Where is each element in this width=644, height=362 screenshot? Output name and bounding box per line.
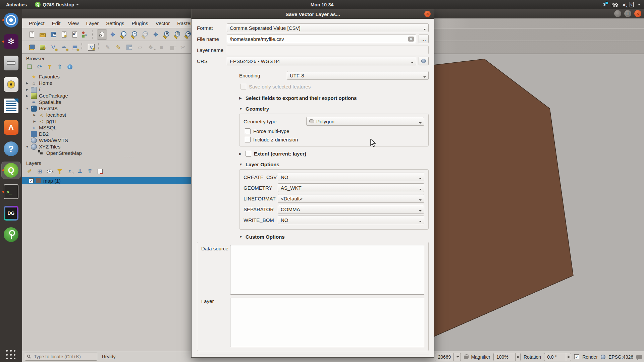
- save-layer-edits-button[interactable]: [124, 42, 134, 52]
- save-only-selected-checkbox[interactable]: [240, 84, 246, 89]
- zoom-out-button[interactable]: −: [129, 29, 139, 40]
- expander-down-icon[interactable]: ▼: [239, 107, 243, 111]
- filter-browser-button[interactable]: [46, 63, 54, 71]
- browser-properties-button[interactable]: [66, 63, 74, 71]
- expander-right-icon[interactable]: ▶: [239, 96, 243, 100]
- open-layer-styling-button[interactable]: ✐: [25, 167, 34, 175]
- dock-item-help[interactable]: ?: [2, 140, 20, 157]
- dock-item-slack[interactable]: ✻: [2, 33, 20, 50]
- cut-features-button[interactable]: ✂: [178, 42, 188, 52]
- dialog-titlebar[interactable]: Save Vector Layer as... ✕: [192, 9, 434, 19]
- close-button[interactable]: ✕: [634, 10, 641, 17]
- style-manager-button[interactable]: a: [80, 29, 91, 40]
- collapse-all-button[interactable]: ⇑: [56, 63, 64, 71]
- menu-project[interactable]: Project: [25, 19, 48, 27]
- refresh-browser-button[interactable]: ⟳: [36, 63, 44, 71]
- app-menu[interactable]: Q QGIS Desktop: [35, 2, 79, 7]
- menu-vector[interactable]: Vector: [152, 19, 173, 27]
- messages-icon[interactable]: …: [636, 355, 642, 359]
- expander-right-icon[interactable]: ▶: [25, 88, 29, 91]
- lock-scale-icon[interactable]: [464, 356, 468, 359]
- current-edits-button[interactable]: ✎: [103, 42, 113, 52]
- zoom-in-button[interactable]: +: [118, 29, 128, 40]
- layer-visibility-checkbox[interactable]: ✓: [29, 178, 34, 183]
- pan-to-selection-button[interactable]: ✥: [108, 29, 118, 40]
- dock-item-qgis[interactable]: Q: [2, 162, 20, 179]
- dock-item-terminal[interactable]: >_: [2, 183, 20, 200]
- menu-settings[interactable]: Settings: [103, 19, 127, 27]
- clock[interactable]: Mon 10:34: [311, 0, 333, 9]
- group-geometry[interactable]: ▼ Geometry: [239, 106, 429, 112]
- add-selected-layers-button[interactable]: ❏: [25, 63, 34, 71]
- rotation-spinbox[interactable]: 0.0 °: [544, 353, 571, 361]
- group-layer-options[interactable]: ▼ Layer Options: [239, 162, 429, 167]
- zoom-full-button[interactable]: ✥: [151, 29, 161, 40]
- expander-down-icon[interactable]: ▼: [239, 235, 243, 239]
- browse-button[interactable]: …: [419, 35, 429, 43]
- collapse-all-layers-button[interactable]: ⇈: [86, 167, 94, 175]
- crs-status[interactable]: EPSG:4326: [608, 354, 633, 360]
- show-layout-manager-button[interactable]: ✱: [70, 29, 80, 40]
- dock-item-keepassxc[interactable]: [2, 226, 20, 243]
- dock-item-archive-manager[interactable]: [2, 55, 20, 71]
- expand-all-button[interactable]: ⇊: [76, 167, 84, 175]
- file-name-input[interactable]: ✕: [227, 35, 416, 43]
- new-project-button[interactable]: [27, 29, 37, 40]
- render-checkbox[interactable]: ✓: [574, 354, 579, 359]
- dialog-close-button[interactable]: ✕: [424, 11, 431, 17]
- expander-down-icon[interactable]: ▼: [25, 107, 29, 110]
- expander-right-icon[interactable]: ▶: [239, 152, 243, 156]
- option-combobox-geometry[interactable]: AS_WKT: [278, 183, 424, 192]
- group-custom-options[interactable]: ▼ Custom Options: [239, 234, 429, 240]
- expander-down-icon[interactable]: ▼: [239, 163, 243, 166]
- expander-down-icon[interactable]: ▼: [25, 145, 29, 148]
- vertex-tool-button[interactable]: ❖: [146, 42, 156, 52]
- expander-right-icon[interactable]: ▶: [25, 81, 29, 85]
- locator-input[interactable]: [34, 354, 94, 359]
- zoom-native-button[interactable]: 1:1: [140, 29, 150, 40]
- clear-text-icon[interactable]: ✕: [408, 37, 414, 42]
- new-shapefile-layer-button[interactable]: V✱: [48, 42, 58, 52]
- filter-by-expression-button[interactable]: ε: [66, 167, 74, 175]
- option-combobox-lineformat[interactable]: <Default>: [278, 194, 424, 203]
- toggle-editing-button[interactable]: ✎: [113, 42, 123, 52]
- volume-muted-icon[interactable]: ◀: [622, 2, 625, 7]
- dock-item-libreoffice-writer[interactable]: [2, 98, 20, 114]
- zoom-to-layer-button[interactable]: ▤: [172, 29, 182, 40]
- select-crs-button[interactable]: [419, 57, 429, 65]
- add-group-button[interactable]: ⊞: [36, 167, 44, 175]
- locator-search[interactable]: [25, 353, 97, 361]
- minimize-button[interactable]: –: [614, 10, 621, 17]
- dock-item-ubuntu-software[interactable]: A: [2, 119, 20, 136]
- layer-name-input[interactable]: [227, 46, 429, 54]
- scale-combobox[interactable]: 20669: [435, 353, 461, 361]
- expander-right-icon[interactable]: ▶: [33, 113, 36, 117]
- battery-icon[interactable]: ↯: [630, 2, 634, 7]
- new-scratch-layer-button[interactable]: V✱: [86, 42, 96, 52]
- open-project-button[interactable]: [38, 29, 48, 40]
- encoding-combobox[interactable]: UTF-8: [287, 71, 429, 80]
- dock-item-chromium[interactable]: [2, 12, 20, 28]
- data-source-textarea[interactable]: [230, 245, 424, 295]
- manage-map-themes-button[interactable]: [46, 167, 54, 175]
- save-project-button[interactable]: [48, 29, 58, 40]
- menu-plugins[interactable]: Plugins: [128, 19, 152, 27]
- extent-checkbox[interactable]: [246, 151, 251, 157]
- delete-selected-button[interactable]: [167, 42, 177, 52]
- modify-attributes-button[interactable]: ≡: [156, 42, 166, 52]
- new-virtual-layer-button[interactable]: ▤✱: [70, 42, 80, 52]
- include-z-checkbox[interactable]: [245, 137, 251, 142]
- magnifier-spinbox[interactable]: 100%: [493, 353, 521, 361]
- spinner-arrows-icon[interactable]: [566, 353, 571, 361]
- filter-legend-button[interactable]: [56, 167, 64, 175]
- group-extent[interactable]: ▶ Extent (current: layer): [239, 151, 429, 157]
- activities-button[interactable]: Activities: [4, 1, 29, 8]
- format-combobox[interactable]: Comma Separated Value [CSV]: [227, 23, 429, 32]
- expander-right-icon[interactable]: ▶: [25, 94, 29, 98]
- expander-right-icon[interactable]: ▶: [33, 120, 36, 123]
- crs-combobox[interactable]: EPSG:4326 - WGS 84: [227, 57, 416, 65]
- option-combobox-create-csvt[interactable]: NO: [278, 173, 424, 181]
- pan-map-button[interactable]: [97, 29, 107, 40]
- zoom-to-selection-button[interactable]: ▣: [161, 29, 171, 40]
- new-geopackage-layer-button[interactable]: ✱: [38, 42, 48, 52]
